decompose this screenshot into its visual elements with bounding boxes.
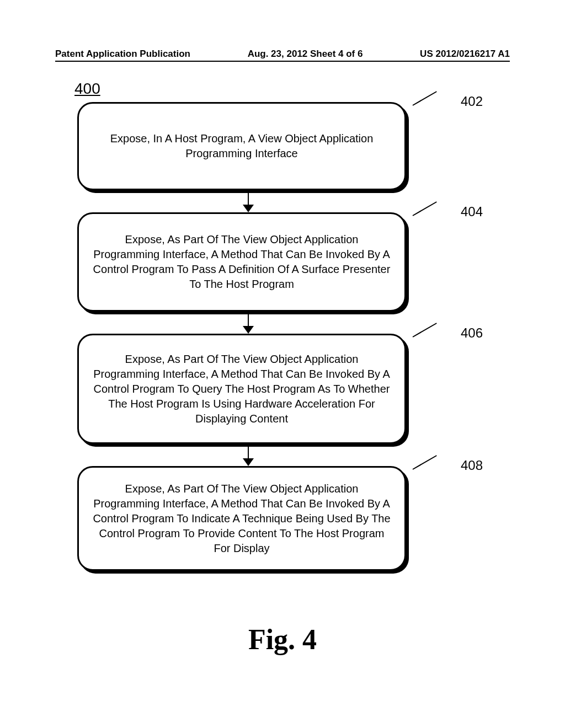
arrow-line-icon	[248, 190, 249, 205]
step-408-text: Expose, As Part Of The View Object Appli…	[92, 481, 391, 556]
ref-402: 402	[461, 94, 483, 109]
page-header: Patent Application Publication Aug. 23, …	[0, 49, 565, 60]
arrow-line-icon	[248, 444, 249, 458]
step-406-container: 406 Expose, As Part Of The View Object A…	[77, 334, 419, 444]
step-404-text: Expose, As Part Of The View Object Appli…	[92, 232, 391, 292]
arrow-406-to-408	[77, 444, 419, 466]
step-404-box: Expose, As Part Of The View Object Appli…	[77, 212, 406, 312]
step-402-box: Expose, In A Host Program, A View Object…	[77, 102, 406, 190]
step-402-text: Expose, In A Host Program, A View Object…	[92, 131, 391, 161]
header-left: Patent Application Publication	[55, 49, 190, 60]
ref-404: 404	[461, 204, 483, 220]
step-406-box: Expose, As Part Of The View Object Appli…	[77, 334, 406, 444]
header-right: US 2012/0216217 A1	[420, 49, 510, 60]
figure-caption: Fig. 4	[0, 623, 565, 656]
ref-406: 406	[461, 325, 483, 341]
step-404-container: 404 Expose, As Part Of The View Object A…	[77, 212, 419, 312]
step-408-box: Expose, As Part Of The View Object Appli…	[77, 466, 406, 571]
step-402-container: 402 Expose, In A Host Program, A View Ob…	[77, 102, 419, 190]
step-408-container: 408 Expose, As Part Of The View Object A…	[77, 466, 419, 571]
header-divider	[55, 61, 510, 62]
arrow-404-to-406	[77, 312, 419, 334]
arrow-head-icon	[243, 205, 254, 212]
flowchart-diagram: 402 Expose, In A Host Program, A View Ob…	[77, 102, 419, 571]
header-center: Aug. 23, 2012 Sheet 4 of 6	[248, 49, 363, 60]
arrow-402-to-404	[77, 190, 419, 212]
ref-408: 408	[461, 458, 483, 473]
figure-number: 400	[74, 80, 100, 98]
step-406-text: Expose, As Part Of The View Object Appli…	[92, 352, 391, 426]
arrow-head-icon	[243, 326, 254, 334]
arrow-head-icon	[243, 458, 254, 466]
arrow-line-icon	[248, 312, 249, 326]
leader-line-402	[413, 91, 437, 106]
